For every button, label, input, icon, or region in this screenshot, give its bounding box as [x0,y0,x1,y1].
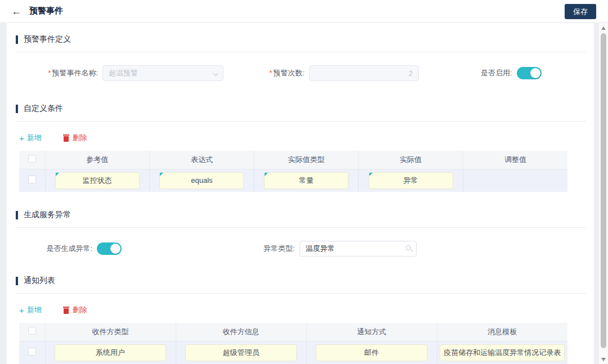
generate-exception-toggle[interactable] [97,242,122,255]
divider [16,52,586,52]
notifications-delete-button[interactable]: 删除 [63,305,87,315]
required-mark: * [48,69,51,77]
trash-icon [63,134,69,142]
chevron-down-icon [213,71,218,76]
select-all-checkbox[interactable] [28,327,36,335]
event-name-label: *预警事件名称: [32,68,98,78]
section-marker [16,105,18,113]
recipient-info-cell[interactable]: 超级管理员 [185,344,297,361]
back-arrow-icon[interactable]: ← [11,6,21,16]
conditions-table: 参考值 表达式 实际值类型 实际值 调整值 监控状态 equals 常量 异常 [19,151,567,192]
notifications-header-row: 收件方类型 收件方信息 通知方式 消息模板 [19,323,567,341]
section-marker [16,277,18,285]
save-button[interactable]: 保存 [565,4,596,19]
section-exception-header: 生成服务异常 [16,210,586,220]
actual-type-cell[interactable]: 常量 [264,172,348,189]
generate-exception-label: 是否生成异常: [32,244,92,254]
table-row: 系统用户 超级管理员 邮件 疫苗储存和运输温度异常情况记录表 [19,341,567,364]
divider [16,227,586,228]
section-definition-title: 预警事件定义 [24,34,71,44]
conditions-delete-button[interactable]: 删除 [63,133,87,143]
row-checkbox[interactable] [28,176,36,183]
search-icon[interactable] [406,245,411,250]
column-header: 表达式 [150,151,254,169]
page-background: 预警事件定义 *预警事件名称: 超温预警 *预警次数: 是否启用: 自定义条件 … [0,23,598,364]
message-template-cell[interactable]: 疫苗储存和运输温度异常情况记录表 [440,344,565,361]
row-checkbox[interactable] [28,348,36,356]
select-all-checkbox[interactable] [28,155,36,163]
notify-method-cell[interactable]: 邮件 [316,344,427,361]
expression-cell[interactable]: equals [159,172,244,189]
scrollbar-thumb[interactable] [601,33,606,348]
section-notifications-title: 通知列表 [24,276,55,286]
trash-icon [63,307,69,314]
enabled-label: 是否启用: [481,68,512,78]
warn-count-label: *预警次数: [257,68,305,78]
adjust-value-cell[interactable] [463,169,567,192]
plus-icon: + [19,306,24,314]
column-header: 参考值 [45,151,150,169]
section-notifications-header: 通知列表 [16,276,586,286]
section-definition-header: 预警事件定义 [16,34,586,44]
column-header: 收件方信息 [176,323,306,341]
content-card: 预警事件定义 *预警事件名称: 超温预警 *预警次数: 是否启用: 自定义条件 … [7,23,594,364]
section-conditions-header: 自定义条件 [16,104,586,114]
reference-value-cell[interactable]: 监控状态 [55,172,140,189]
column-header: 收件方类型 [45,323,176,341]
actual-value-cell[interactable]: 异常 [369,172,453,189]
column-header: 实际值 [359,151,463,169]
column-header: 调整值 [463,151,567,169]
recipient-type-cell[interactable]: 系统用户 [55,344,166,361]
table-row: 监控状态 equals 常量 异常 [19,169,567,192]
exception-type-input[interactable] [299,241,417,257]
warn-count-input[interactable] [309,65,419,81]
divider [16,293,586,294]
conditions-add-button[interactable]: + 新增 [19,133,42,143]
exception-type-label: 异常类型: [263,244,295,254]
vertical-scrollbar[interactable] [598,23,608,364]
page-title: 预警事件 [29,6,63,16]
section-exception-title: 生成服务异常 [24,210,71,220]
divider [16,121,586,122]
plus-icon: + [19,134,24,142]
column-header: 实际值类型 [254,151,359,169]
section-conditions-title: 自定义条件 [24,104,63,114]
scroll-up-icon[interactable] [601,26,606,30]
enabled-toggle[interactable] [517,67,542,79]
notifications-table: 收件方类型 收件方信息 通知方式 消息模板 系统用户 超级管理员 邮件 疫苗储存… [19,323,567,364]
event-name-select[interactable]: 超温预警 [102,65,223,81]
section-marker [16,35,18,44]
column-header: 通知方式 [306,323,437,341]
topbar: ← 预警事件 保存 [0,0,608,23]
scroll-down-icon[interactable] [601,358,606,361]
event-name-value: 超温预警 [109,68,138,78]
notifications-add-button[interactable]: + 新增 [19,305,42,315]
section-marker [16,211,18,219]
column-header: 消息模板 [437,323,567,341]
required-mark: * [269,69,272,77]
conditions-header-row: 参考值 表达式 实际值类型 实际值 调整值 [19,151,567,169]
